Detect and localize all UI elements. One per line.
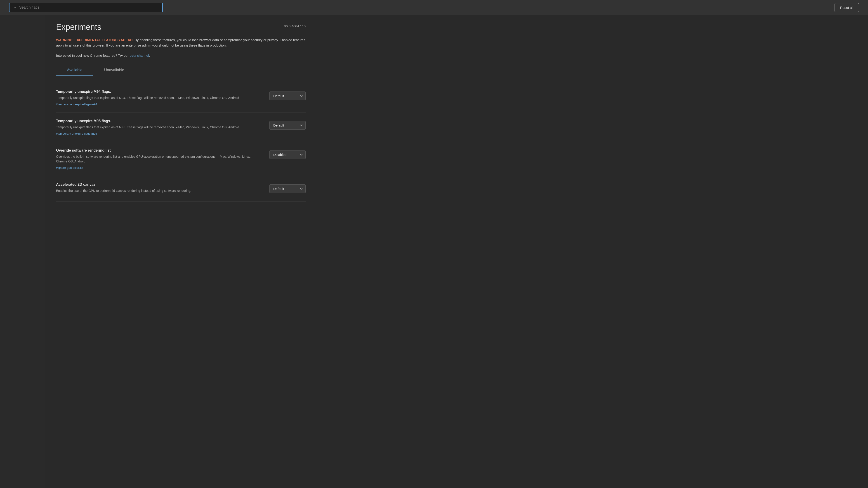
flag-select[interactable]: Default Enabled Disabled <box>270 150 306 159</box>
beta-channel-text: Interested in cool new Chrome features? … <box>56 54 306 57</box>
flag-select[interactable]: Default Enabled Disabled <box>270 121 306 130</box>
flag-description: Enables the use of the GPU to perform 2d… <box>56 188 262 193</box>
header-bar: ⚬ Reset all <box>0 0 868 15</box>
reset-all-button[interactable]: Reset all <box>835 3 859 12</box>
version-text: 96.0.4664.110 <box>284 24 306 28</box>
flag-info: Temporarily unexpire M95 flags. Temporar… <box>56 119 262 135</box>
flag-control: Default Enabled Disabled <box>270 92 306 100</box>
tabs-container: Available Unavailable <box>56 65 306 76</box>
flag-description: Temporarily unexpire flags that expired … <box>56 125 262 130</box>
page-header: Experiments 96.0.4664.110 <box>56 22 306 32</box>
warning-label: WARNING: EXPERIMENTAL FEATURES AHEAD! <box>56 38 134 42</box>
flag-item: Temporarily unexpire M95 flags. Temporar… <box>56 113 306 142</box>
flag-item: Accelerated 2D canvas Enables the use of… <box>56 176 306 201</box>
beta-text-prefix: Interested in cool new Chrome features? … <box>56 54 129 57</box>
flag-control: Default Enabled Disabled <box>270 184 306 193</box>
flag-info: Accelerated 2D canvas Enables the use of… <box>56 183 262 195</box>
search-input[interactable] <box>19 5 159 9</box>
page-title: Experiments <box>56 22 101 32</box>
tab-unavailable[interactable]: Unavailable <box>93 65 135 76</box>
search-icon: ⚬ <box>13 5 17 10</box>
beta-channel-link[interactable]: beta channel <box>129 54 149 57</box>
flag-item: Temporarily unexpire M94 flags. Temporar… <box>56 84 306 113</box>
flag-name: Temporarily unexpire M95 flags. <box>56 119 262 123</box>
flag-info: Temporarily unexpire M94 flags. Temporar… <box>56 90 262 106</box>
warning-box: WARNING: EXPERIMENTAL FEATURES AHEAD! By… <box>56 37 306 48</box>
tab-available[interactable]: Available <box>56 65 93 76</box>
flag-link[interactable]: #ignore-gpu-blocklist <box>56 166 83 169</box>
flag-description: Temporarily unexpire flags that expired … <box>56 96 262 100</box>
flag-control: Default Enabled Disabled <box>270 121 306 130</box>
flag-info: Override software rendering list Overrid… <box>56 149 262 170</box>
beta-text-suffix: . <box>149 54 150 57</box>
main-content: Experiments 96.0.4664.110 WARNING: EXPER… <box>45 15 316 488</box>
flag-description: Overrides the built-in software renderin… <box>56 154 262 164</box>
flag-list: Temporarily unexpire M94 flags. Temporar… <box>56 84 306 201</box>
flag-control: Default Enabled Disabled <box>270 150 306 159</box>
flag-select[interactable]: Default Enabled Disabled <box>270 92 306 100</box>
flag-link[interactable]: #temporary-unexpire-flags-m94 <box>56 103 97 106</box>
search-container: ⚬ <box>9 3 163 12</box>
sidebar <box>0 15 45 488</box>
flag-name: Accelerated 2D canvas <box>56 183 262 187</box>
flag-link[interactable]: #temporary-unexpire-flags-m95 <box>56 132 97 135</box>
flag-name: Override software rendering list <box>56 149 262 153</box>
flag-item: Override software rendering list Overrid… <box>56 142 306 176</box>
flag-name: Temporarily unexpire M94 flags. <box>56 90 262 94</box>
page-layout: Experiments 96.0.4664.110 WARNING: EXPER… <box>0 15 868 488</box>
flag-select[interactable]: Default Enabled Disabled <box>270 184 306 193</box>
